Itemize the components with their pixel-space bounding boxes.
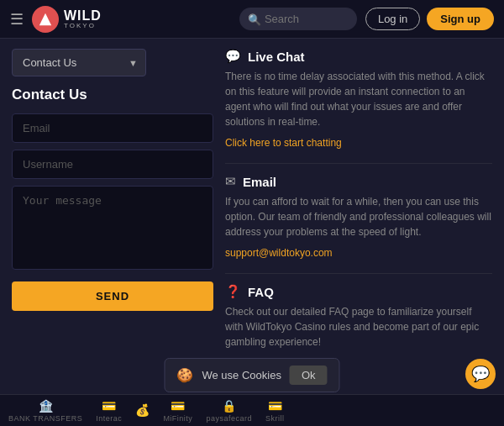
logo-tokyo: TOKYO — [64, 23, 102, 29]
email-header: ✉ Email — [225, 174, 492, 189]
footer-paysafe: 🔒 paysafecard — [206, 399, 252, 423]
email-desc: If you can afford to wait for a while, t… — [225, 194, 492, 239]
faq-title: FAQ — [248, 285, 274, 299]
logo-wild: WILD — [64, 9, 102, 23]
cookie-text: We use Cookies — [202, 369, 281, 381]
live-chat-icon: 💬 — [225, 49, 241, 64]
paysafe-icon: 🔒 — [222, 399, 236, 413]
username-field[interactable] — [12, 150, 213, 179]
payment-3-icon: 💰 — [135, 403, 150, 417]
faq-icon: ❓ — [225, 284, 241, 299]
svg-marker-0 — [39, 13, 51, 24]
footer-bank-transfers: 🏦 BANK TRANSFERS — [8, 399, 82, 423]
dropdown-container: Contact Us FAQ Support ▼ — [12, 49, 146, 76]
faq-desc: Check out our detailed FAQ page to famil… — [225, 304, 492, 350]
cookie-icon: 🍪 — [176, 367, 193, 383]
divider-1 — [225, 163, 492, 164]
search-icon: 🔍 — [248, 13, 261, 25]
dropdown-wrapper: Contact Us FAQ Support ▼ — [12, 49, 213, 76]
faq-header: ❓ FAQ — [225, 284, 492, 299]
mifinity-icon: 💳 — [171, 399, 185, 413]
message-field[interactable] — [12, 186, 213, 270]
divider-2 — [225, 273, 492, 274]
live-chat-title: Live Chat — [248, 50, 305, 64]
paysafe-label: paysafecard — [206, 414, 252, 423]
main-content: Contact Us FAQ Support ▼ Contact Us SEND… — [0, 39, 504, 393]
email-title: Email — [243, 175, 276, 189]
logo-text: WILD TOKYO — [64, 9, 102, 29]
footer-mifinity: 💳 MiFinity — [163, 399, 192, 423]
header: ☰ WILD TOKYO 🔍 Log in Sign up — [0, 0, 504, 39]
email-field[interactable] — [12, 113, 213, 143]
live-chat-desc: There is no time delay associated with t… — [225, 69, 492, 129]
interac-icon: 💳 — [102, 399, 116, 413]
logo-circle — [32, 6, 59, 33]
skrill-icon: 💳 — [268, 399, 282, 413]
bank-transfers-label: BANK TRANSFERS — [8, 414, 82, 423]
bank-transfers-icon: 🏦 — [39, 399, 53, 413]
menu-icon[interactable]: ☰ — [10, 10, 24, 29]
logo: WILD TOKYO — [32, 6, 102, 33]
footer-interac: 💳 Interac — [96, 399, 122, 423]
cookie-banner: 🍪 We use Cookies Ok — [164, 358, 339, 392]
search-wrapper: 🔍 — [239, 8, 357, 30]
send-button[interactable]: SEND — [12, 281, 213, 311]
email-icon: ✉ — [225, 174, 236, 189]
email-section: ✉ Email If you can afford to wait for a … — [225, 174, 492, 260]
live-chat-header: 💬 Live Chat — [225, 49, 492, 64]
faq-section: ❓ FAQ Check out our detailed FAQ page to… — [225, 284, 492, 370]
interac-label: Interac — [96, 414, 122, 423]
live-chat-link[interactable]: Click here to start chatting — [225, 137, 342, 149]
right-panel: 💬 Live Chat There is no time delay assoc… — [225, 49, 492, 383]
cookie-ok-button[interactable]: Ok — [290, 366, 328, 385]
login-button[interactable]: Log in — [365, 8, 420, 30]
chat-bubble-button[interactable]: 💬 — [465, 359, 496, 389]
form-section-title: Contact Us — [12, 87, 213, 103]
footer: 🏦 BANK TRANSFERS 💳 Interac 💰 💳 MiFinity … — [0, 394, 504, 426]
left-panel: Contact Us FAQ Support ▼ Contact Us SEND — [12, 49, 213, 383]
footer-skrill: 💳 Skrill — [265, 399, 285, 423]
signup-button[interactable]: Sign up — [427, 8, 494, 30]
live-chat-section: 💬 Live Chat There is no time delay assoc… — [225, 49, 492, 150]
footer-payment-3: 💰 — [135, 403, 150, 418]
mifinity-label: MiFinity — [163, 414, 192, 423]
contact-dropdown[interactable]: Contact Us FAQ Support — [12, 49, 146, 76]
skrill-label: Skrill — [265, 414, 285, 423]
email-link[interactable]: support@wildtokyo.com — [225, 247, 333, 259]
